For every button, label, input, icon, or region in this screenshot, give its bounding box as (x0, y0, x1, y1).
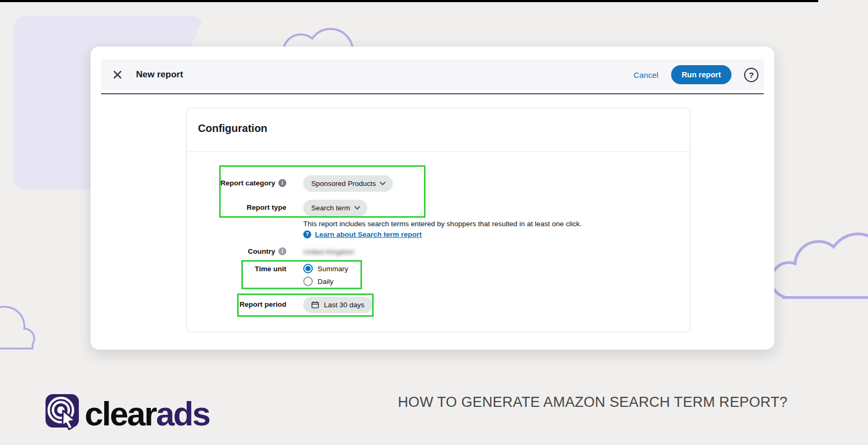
radio-label: Summary (318, 265, 348, 273)
country-label: Country (248, 247, 275, 255)
page-background: New report Cancel Run report Configurati… (0, 0, 868, 445)
report-type-description: This report includes search terms entere… (303, 220, 582, 228)
report-type-label: Report type (247, 203, 286, 211)
clearads-logo: clearads (45, 393, 210, 434)
top-black-strip (0, 0, 818, 2)
configuration-card: Configuration Report category Sponsored … (186, 108, 690, 332)
help-icon[interactable] (744, 68, 758, 82)
country-value: United Kingdom (303, 248, 354, 256)
card-divider (187, 152, 690, 152)
time-unit-label: Time unit (255, 265, 286, 273)
page-caption: HOW TO GENERATE AMAZON SEARCH TERM REPOR… (398, 394, 788, 411)
report-category-dropdown[interactable]: Sponsored Products (303, 175, 393, 192)
learn-link-row[interactable]: Learn about Search term report (303, 230, 422, 238)
brand-word-ads: ads (156, 395, 210, 432)
info-icon[interactable] (278, 179, 286, 187)
report-category-label: Report category (220, 179, 275, 187)
info-icon[interactable] (278, 247, 286, 255)
cloud-icon (766, 227, 868, 307)
time-unit-option-daily[interactable]: Daily (303, 277, 333, 286)
cloud-icon (0, 302, 42, 355)
report-period-value: Last 30 days (324, 301, 365, 309)
modal-title: New report (136, 69, 183, 80)
radio-label: Daily (318, 278, 333, 286)
header-divider (101, 93, 764, 94)
report-type-dropdown[interactable]: Search term (303, 200, 367, 216)
radio-selected-icon[interactable] (303, 264, 313, 273)
time-unit-option-summary[interactable]: Summary (303, 264, 348, 273)
report-period-label: Report period (239, 300, 286, 308)
report-category-value: Sponsored Products (311, 180, 376, 188)
modal-header: New report Cancel Run report (101, 59, 764, 90)
radio-unselected-icon[interactable] (303, 277, 313, 286)
report-period-dropdown[interactable]: Last 30 days (303, 297, 373, 313)
calendar-icon (311, 301, 319, 309)
brand-word-clear: clear (85, 395, 156, 432)
clearads-target-cursor-icon (45, 393, 81, 434)
chevron-down-icon (380, 179, 386, 185)
report-type-value: Search term (311, 204, 350, 212)
configuration-heading: Configuration (198, 122, 267, 135)
cancel-button[interactable]: Cancel (634, 70, 658, 79)
chevron-down-icon (354, 203, 360, 209)
question-circle-icon (303, 230, 311, 238)
learn-about-link[interactable]: Learn about Search term report (315, 230, 422, 238)
close-icon[interactable] (113, 70, 122, 79)
run-report-button[interactable]: Run report (671, 65, 731, 84)
new-report-modal: New report Cancel Run report Configurati… (91, 47, 774, 350)
